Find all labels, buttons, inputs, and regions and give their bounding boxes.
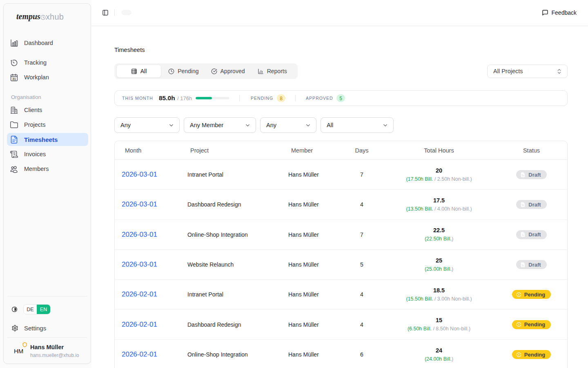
svg-text:31: 31	[12, 76, 16, 81]
